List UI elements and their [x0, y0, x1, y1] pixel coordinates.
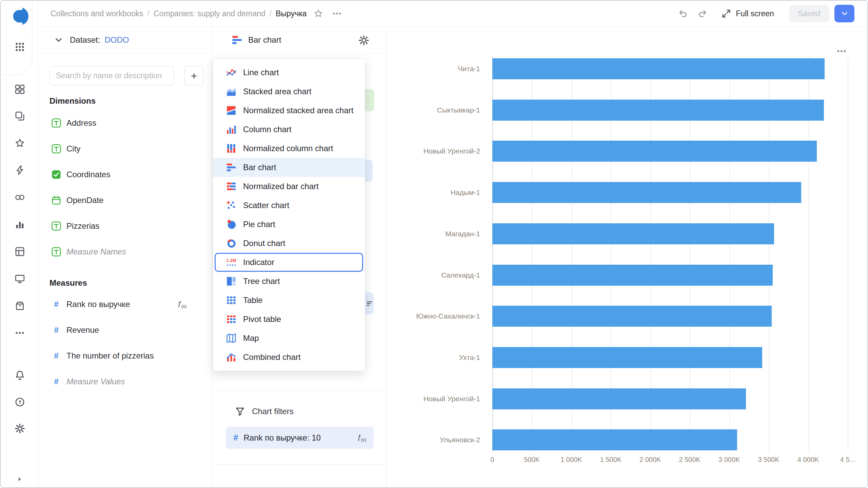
bar-chart-type-icon	[232, 35, 242, 45]
svg-text:#: #	[54, 377, 58, 386]
squares-icon[interactable]	[13, 83, 26, 96]
breadcrumb-item[interactable]: Companies: supply and demand	[154, 9, 265, 18]
filter-chip[interactable]: # Rank по выручке: 10 ƒ(x)	[226, 427, 374, 449]
normalized-bar-chart-icon	[226, 181, 236, 191]
bar[interactable]	[492, 429, 737, 450]
field-row-number[interactable]: #Measure Values	[38, 369, 212, 394]
x-tick-label: 4 000K	[797, 456, 819, 464]
menu-item-normalized-stacked-area-chart[interactable]: Normalized stacked area chart	[213, 101, 365, 120]
bar[interactable]	[492, 306, 772, 327]
bolt-icon[interactable]	[13, 164, 26, 177]
category-label: Южно-Сахалинск-1	[387, 311, 480, 321]
menu-item-line-chart[interactable]: Line chart	[213, 63, 365, 82]
map-icon	[226, 333, 236, 343]
chart-type-menu: Line chartStacked area chartNormalized s…	[213, 59, 365, 371]
apps-grid-icon[interactable]	[13, 40, 26, 53]
field-row-string[interactable]: Address	[38, 110, 212, 136]
chevron-down-icon[interactable]	[54, 35, 64, 45]
chart-type-header[interactable]: Bar chart	[213, 27, 386, 53]
svg-text:?: ?	[18, 399, 21, 405]
field-row-date[interactable]: OpenDate	[38, 187, 212, 213]
star-icon[interactable]	[13, 137, 26, 149]
saved-button[interactable]: Saved	[789, 5, 829, 22]
divider	[213, 391, 386, 391]
normalized-stacked-area-chart-icon	[226, 105, 236, 116]
category-label: Салехард-1	[387, 270, 480, 280]
search-input[interactable]	[50, 66, 174, 85]
x-tick-label: 4 5...	[840, 456, 855, 464]
field-row-string[interactable]: City	[38, 136, 212, 162]
bell-icon[interactable]	[13, 368, 26, 381]
divider	[213, 464, 386, 465]
breadcrumb-more-icon[interactable]	[332, 8, 342, 19]
monitor-icon[interactable]	[13, 272, 26, 285]
app-sidebar: ?	[1, 1, 38, 487]
menu-item-indicator[interactable]: 1.2MIndicator	[215, 253, 363, 272]
bar[interactable]	[492, 141, 817, 162]
menu-item-donut-chart[interactable]: Donut chart	[213, 234, 365, 253]
bar[interactable]	[492, 100, 824, 121]
question-icon[interactable]: ?	[13, 395, 26, 408]
copy-icon[interactable]	[13, 109, 26, 122]
field-row-geo[interactable]: Coordinates	[38, 162, 212, 187]
undo-icon[interactable]	[677, 7, 689, 20]
field-row-string[interactable]: Pizzerias	[38, 213, 212, 239]
menu-item-pivot-table[interactable]: Pivot table	[213, 310, 365, 329]
formula-icon: ƒ(x)	[357, 433, 366, 442]
svg-text:#: #	[54, 325, 58, 334]
category-label: Чита-1	[387, 64, 480, 74]
datalens-logo-icon[interactable]	[8, 5, 30, 27]
geo-type-icon	[52, 170, 61, 179]
dataset-panel-header: Dataset: DODO	[38, 27, 212, 53]
grid-table-icon[interactable]	[13, 245, 26, 258]
breadcrumb-separator: /	[147, 9, 150, 18]
redo-icon[interactable]	[696, 7, 709, 20]
bar[interactable]	[492, 388, 746, 409]
field-row-number[interactable]: #Rank по выручкеƒ(x)	[38, 291, 212, 317]
app-window: ? Collections and workbooks/Companies: s…	[0, 0, 868, 488]
chart-more-icon[interactable]	[835, 45, 848, 57]
x-tick-label: 2 500K	[679, 456, 701, 464]
field-row-number[interactable]: #The number of pizzerias	[38, 343, 212, 369]
breadcrumb-item[interactable]: Collections and workbooks	[51, 9, 143, 18]
play-icon[interactable]	[13, 473, 26, 486]
add-field-button[interactable]: +	[184, 66, 203, 85]
stacked-area-chart-icon	[226, 86, 236, 97]
menu-item-scatter-chart[interactable]: Scatter chart	[213, 196, 365, 215]
menu-item-stacked-area-chart[interactable]: Stacked area chart	[213, 82, 365, 101]
string-type-icon	[52, 144, 61, 154]
menu-item-bar-chart[interactable]: Bar chart	[213, 158, 365, 177]
menu-item-table[interactable]: Table	[213, 291, 365, 310]
svg-text:1.2M: 1.2M	[226, 258, 236, 263]
bar[interactable]	[492, 223, 774, 244]
chart-settings-gear-icon[interactable]	[358, 35, 369, 46]
fullscreen-label[interactable]: Full screen	[736, 9, 774, 18]
number-type-icon: #	[52, 300, 61, 309]
dots-icon[interactable]	[13, 326, 26, 339]
number-type-icon: #	[233, 432, 238, 443]
menu-item-combined-chart[interactable]: Combined chart	[213, 348, 365, 367]
menu-item-pie-chart[interactable]: Pie chart	[213, 215, 365, 234]
favorite-star-icon[interactable]	[314, 9, 323, 18]
bar[interactable]	[492, 58, 825, 79]
fullscreen-icon[interactable]	[720, 7, 732, 20]
menu-item-map[interactable]: Map	[213, 329, 365, 348]
bar-chart-nav-icon[interactable]	[13, 218, 26, 231]
menu-item-normalized-column-chart[interactable]: Normalized column chart	[213, 139, 365, 158]
box-icon[interactable]	[13, 299, 26, 312]
circles-icon[interactable]	[13, 191, 26, 204]
field-row-string[interactable]: Measure Names	[38, 239, 212, 265]
menu-item-column-chart[interactable]: Column chart	[213, 120, 365, 139]
category-label: Ульяновск-2	[387, 435, 480, 445]
gear-icon[interactable]	[13, 422, 26, 435]
sort-descending-icon	[366, 300, 374, 308]
field-row-number[interactable]: #Revenue	[38, 317, 212, 343]
pivot-table-icon	[226, 314, 236, 324]
save-dropdown-button[interactable]	[834, 5, 854, 22]
dataset-name-link[interactable]: DODO	[104, 35, 129, 45]
bar[interactable]	[492, 265, 773, 286]
bar[interactable]	[492, 182, 801, 203]
bar[interactable]	[492, 347, 762, 368]
menu-item-tree-chart[interactable]: Tree chart	[213, 272, 365, 291]
menu-item-normalized-bar-chart[interactable]: Normalized bar chart	[213, 177, 365, 196]
